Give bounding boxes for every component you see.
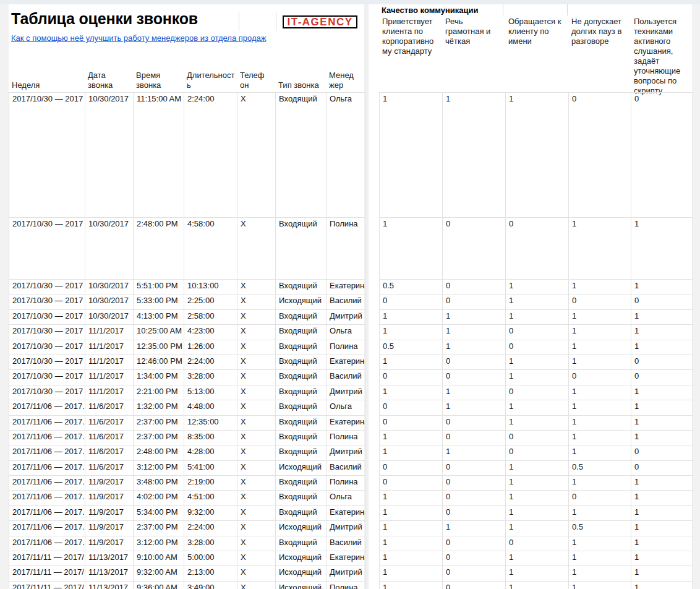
cell-phone: X [237, 551, 276, 566]
cell-type: Исходящий [276, 460, 327, 475]
cell-scores-4: 0 [631, 370, 693, 385]
table-row: 0.51011 [380, 340, 693, 355]
cell-week: 2017/10/30 — 2017 [9, 355, 85, 369]
table-row: 2017/11/06 — 2017.11/9/20175:34:00 PM9:3… [9, 505, 365, 520]
cell-phone: X [237, 566, 276, 581]
table-row: 2017/10/30 — 201711/1/201710:25:00 AM4:2… [9, 325, 365, 340]
cell-type: Исходящий [276, 294, 327, 309]
cell-scores-4: 0 [631, 460, 693, 475]
cell-scores-4: 0 [631, 355, 693, 369]
cell-type: Входящий [276, 355, 327, 369]
cell-scores-0: 1 [380, 491, 443, 505]
cell-time: 9:32:00 AM [134, 566, 184, 581]
cell-scores-1: 1 [443, 521, 506, 536]
cell-scores-3: 1 [569, 400, 631, 415]
cell-week: 2017/11/06 — 2017. [9, 400, 85, 415]
cell-scores-4: 1 [631, 551, 693, 566]
cell-week: 2017/11/06 — 2017. [9, 536, 85, 551]
cell-date: 11/1/2017 [85, 385, 134, 400]
cell-time: 2:37:00 PM [134, 430, 184, 445]
table-row: 01111 [380, 400, 693, 415]
cell-week: 2017/11/06 — 2017. [9, 415, 85, 430]
cell-manager: Полина [327, 476, 365, 491]
cell-week: 2017/11/06 — 2017. [9, 505, 85, 520]
group-header-cell-border [503, 4, 503, 15]
cell-scores-0: 1 [380, 218, 443, 280]
column-header-greeting-standard: Приветствует клиента по корпоративному с… [382, 17, 438, 56]
table-row: 0010.50 [380, 460, 693, 475]
cell-scores-4: 0 [631, 93, 693, 218]
cell-manager: Екатерина [327, 551, 365, 566]
cell-type: Входящий [276, 400, 327, 415]
cell-week: 2017/10/30 — 2017 [9, 280, 85, 294]
cell-duration: 2:24:00 [184, 521, 237, 536]
cell-date: 11/9/2017 [85, 536, 134, 551]
cell-scores-3: 1 [569, 551, 631, 566]
table-row: 11100 [380, 93, 693, 218]
cell-date: 11/1/2017 [85, 370, 134, 385]
top-edge-strip [0, 0, 700, 4]
subtitle-link[interactable]: Как с помощью неё улучшить работу менедж… [11, 33, 267, 43]
cell-type: Входящий [276, 280, 327, 294]
cell-scores-1: 0 [443, 370, 506, 385]
cell-scores-2: 0 [506, 430, 569, 445]
cell-scores-1: 0 [443, 294, 506, 309]
cell-scores-1: 1 [443, 309, 506, 324]
cell-scores-0: 0 [380, 476, 443, 491]
table-row: 00100 [380, 370, 693, 385]
table-row: 2017/10/30 — 201710/30/201711:15:00 AM2:… [9, 93, 365, 218]
cell-manager: Василий [327, 294, 365, 309]
cell-manager: Екатерина [327, 415, 365, 430]
cell-phone: X [237, 385, 276, 400]
cell-scores-1: 1 [443, 400, 506, 415]
cell-scores-3: 0 [569, 491, 631, 505]
cell-scores-1: 1 [443, 93, 506, 218]
cell-type: Исходящий [276, 551, 327, 566]
table-row: 00111 [380, 476, 693, 491]
table-row: 10011 [380, 536, 693, 551]
table-row: 11010 [380, 445, 693, 460]
cell-date: 10/30/2017 [85, 218, 134, 280]
table-row: 2017/11/06 — 2017.11/6/20172:48:00 PM4:2… [9, 445, 365, 460]
cell-scores-1: 0 [443, 581, 506, 589]
cell-phone: X [237, 309, 276, 324]
cell-scores-0: 1 [380, 521, 443, 536]
cell-scores-0: 1 [380, 93, 443, 218]
cell-scores-1: 0 [443, 355, 506, 369]
cell-manager: Екатерина [327, 505, 365, 520]
table-row: 2017/11/11 — 2017/11/13/20179:10:00 AM5:… [9, 551, 365, 566]
cell-manager: Дмитрий [327, 445, 365, 460]
cell-type: Входящий [276, 93, 327, 218]
cell-phone: X [237, 505, 276, 520]
table-row: 2017/10/30 — 201710/30/20174:13:00 PM2:5… [9, 309, 365, 324]
cell-scores-3: 1 [569, 340, 631, 355]
cell-week: 2017/11/11 — 2017/ [9, 581, 85, 589]
cell-scores-0: 1 [380, 385, 443, 400]
table-row: 11011 [380, 385, 693, 400]
table-row: 2017/10/30 — 201710/30/20175:51:00 PM10:… [9, 280, 365, 294]
cell-scores-2: 1 [506, 415, 569, 430]
cell-week: 2017/10/30 — 2017 [9, 325, 85, 340]
cell-type: Входящий [276, 476, 327, 491]
cell-manager: Полина [327, 340, 365, 355]
cell-date: 10/30/2017 [85, 280, 134, 294]
cell-date: 11/13/2017 [85, 551, 134, 566]
cell-phone: X [237, 445, 276, 460]
table-row: 2017/10/30 — 201711/1/20171:34:00 PM3:28… [9, 370, 365, 385]
cell-manager: Ольга [327, 93, 365, 218]
cell-scores-3: 0 [569, 294, 631, 309]
cell-scores-2: 1 [506, 460, 569, 475]
cell-week: 2017/11/06 — 2017. [9, 430, 85, 445]
cell-scores-2: 1 [506, 566, 569, 581]
cell-manager: Екатерина [327, 355, 365, 369]
cell-time: 4:02:00 PM [134, 491, 184, 505]
cell-week: 2017/11/11 — 2017/ [9, 551, 85, 566]
cell-week: 2017/11/06 — 2017. [9, 460, 85, 475]
cell-manager: Дмитрий [327, 385, 365, 400]
cell-type: Входящий [276, 445, 327, 460]
cell-scores-2: 0 [506, 445, 569, 460]
cell-duration: 5:41:00 [184, 460, 237, 475]
cell-type: Входящий [276, 536, 327, 551]
cell-scores-4: 0 [631, 294, 693, 309]
column-header-week: Неделя [9, 64, 85, 92]
